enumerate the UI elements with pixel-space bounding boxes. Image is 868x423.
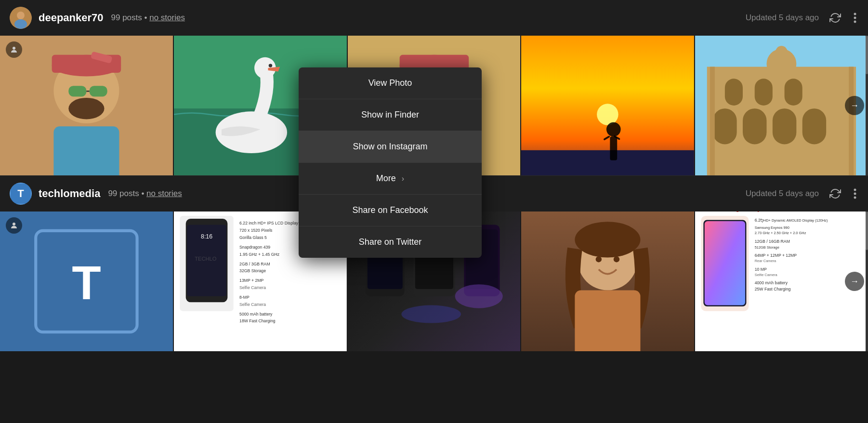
svg-text:Samsung Exynos 990: Samsung Exynos 990	[755, 225, 789, 230]
context-menu: View Photo Show in Finder Show on Instag…	[299, 67, 482, 258]
person-icon-overlay	[6, 41, 22, 58]
svg-text:1.95 GHz + 1.45 GHz: 1.95 GHz + 1.45 GHz	[239, 252, 280, 257]
photo-cell-4[interactable]	[521, 36, 694, 175]
svg-text:32GB Storage: 32GB Storage	[239, 268, 266, 273]
next-arrow-deepanker70[interactable]: →	[845, 96, 864, 115]
svg-rect-41	[743, 108, 766, 144]
scrollbar-track-1[interactable]	[866, 36, 868, 175]
ctx-share-twitter[interactable]: Share on Twitter	[299, 226, 482, 258]
svg-rect-33	[521, 150, 694, 175]
svg-point-94	[614, 256, 619, 262]
updated-text-techlomedia: Updated 5 days ago	[746, 189, 819, 198]
next-arrow-techlomedia[interactable]: →	[845, 272, 864, 291]
ctx-more-label: More	[376, 173, 396, 184]
svg-text:8:16: 8:16	[201, 233, 212, 240]
no-stories-link[interactable]: no stories	[149, 13, 185, 22]
no-stories-link-2[interactable]: no stories	[146, 189, 182, 198]
ctx-view-photo[interactable]: View Photo	[299, 67, 482, 99]
ctx-show-instagram[interactable]: Show on Instagram	[299, 131, 482, 162]
photo-cell-samsung[interactable]: TECHLOMEDIA Samsung Galaxy S20 6.2" QHD+…	[695, 212, 868, 351]
svg-text:512GB Storage: 512GB Storage	[755, 245, 779, 250]
svg-rect-43	[802, 108, 826, 144]
username-techlomedia: techlomedia	[39, 187, 100, 200]
svg-rect-92	[575, 291, 641, 351]
svg-point-1	[17, 12, 25, 19]
svg-rect-49	[710, 67, 715, 175]
svg-point-52	[854, 193, 856, 195]
account-actions-deepanker70: Updated 5 days ago	[746, 10, 858, 26]
svg-text:25W Fast Charging: 25W Fast Charging	[755, 287, 791, 291]
options-button-techlomedia[interactable]	[852, 186, 858, 201]
photo-cell-5[interactable]	[695, 36, 868, 175]
svg-text:5000 mAh battery: 5000 mAh battery	[239, 312, 273, 317]
svg-text:2GB / 3GB RAM: 2GB / 3GB RAM	[239, 262, 270, 266]
posts-meta-techlomedia: 99 posts • no stories	[108, 189, 182, 198]
account-actions-techlomedia: Updated 5 days ago	[746, 186, 858, 201]
svg-point-51	[854, 189, 856, 191]
bullet-separator: •	[145, 13, 150, 22]
svg-rect-45	[755, 79, 773, 106]
svg-rect-50	[849, 67, 854, 175]
svg-point-88	[401, 305, 461, 323]
options-button-deepanker70[interactable]	[852, 11, 858, 25]
svg-point-16	[68, 98, 104, 119]
svg-text:Selfie Camera: Selfie Camera	[239, 285, 266, 290]
photo-cell-1[interactable]	[0, 36, 173, 175]
svg-point-93	[596, 256, 602, 262]
avatar-deepanker70	[10, 7, 32, 29]
refresh-button-techlomedia[interactable]	[828, 186, 843, 201]
svg-text:12GB / 16GB RAM: 12GB / 16GB RAM	[755, 239, 790, 244]
scrollbar-thumb-2[interactable]	[866, 212, 868, 250]
person-icon-overlay-2	[6, 217, 22, 234]
svg-rect-100	[705, 221, 745, 305]
svg-text:Rear Camera: Rear Camera	[755, 259, 776, 263]
svg-text:18W Fast Charging: 18W Fast Charging	[239, 318, 276, 323]
svg-text:T: T	[72, 256, 101, 309]
svg-text:Gorilla Glass 5: Gorilla Glass 5	[239, 235, 267, 240]
scrollbar-thumb-1[interactable]	[866, 36, 868, 74]
updated-text-deepanker70: Updated 5 days ago	[746, 13, 819, 23]
svg-text:13MP + 2MP: 13MP + 2MP	[239, 278, 263, 283]
svg-text:QHD+ Dynamic AMOLED Display (1: QHD+ Dynamic AMOLED Display (120Hz)	[761, 218, 828, 223]
svg-rect-42	[773, 108, 796, 144]
svg-text:64MP + 12MP + 12MP: 64MP + 12MP + 12MP	[755, 253, 797, 258]
svg-point-91	[575, 222, 641, 257]
svg-text:Samsung Galaxy S20: Samsung Galaxy S20	[713, 212, 773, 212]
posts-count: 99 posts	[111, 13, 142, 22]
scrollbar-track-2[interactable]	[866, 212, 868, 351]
svg-rect-35	[610, 136, 618, 160]
svg-text:Selfie Camera: Selfie Camera	[239, 302, 266, 307]
account-row-deepanker70: deepanker70 99 posts • no stories Update…	[0, 0, 868, 36]
svg-point-57	[13, 223, 15, 225]
account-section-deepanker70: deepanker70 99 posts • no stories Update…	[0, 0, 868, 175]
svg-point-32	[597, 104, 619, 125]
svg-point-2	[14, 19, 27, 29]
svg-text:10 MP: 10 MP	[755, 267, 767, 272]
svg-point-87	[455, 284, 502, 308]
svg-text:8-MP: 8-MP	[239, 295, 250, 300]
svg-text:4000 mAh battery: 4000 mAh battery	[755, 280, 788, 285]
refresh-button-deepanker70[interactable]	[828, 10, 843, 26]
svg-text:Selfie Camera: Selfie Camera	[755, 273, 778, 277]
ctx-share-facebook[interactable]: Share on Facebook	[299, 195, 482, 226]
svg-point-4	[854, 17, 856, 19]
svg-rect-13	[68, 86, 86, 96]
svg-point-48	[776, 46, 788, 58]
svg-rect-17	[53, 126, 119, 175]
ctx-show-finder[interactable]: Show in Finder	[299, 99, 482, 131]
ctx-more[interactable]: More ›	[299, 163, 482, 194]
svg-point-53	[854, 197, 856, 199]
photo-cell-woman[interactable]	[521, 212, 694, 351]
avatar-image	[10, 7, 32, 29]
svg-rect-44	[725, 79, 743, 106]
svg-point-34	[606, 122, 621, 137]
svg-point-23	[269, 64, 272, 67]
bullet-separator-2: •	[141, 189, 146, 198]
svg-text:Snapdragon 439: Snapdragon 439	[239, 245, 270, 250]
svg-rect-14	[90, 86, 107, 96]
svg-text:6.22 inch HD+ IPS LCD Display: 6.22 inch HD+ IPS LCD Display	[239, 221, 299, 225]
posts-count-tech: 99 posts	[108, 189, 139, 198]
svg-text:TECHLO: TECHLO	[195, 256, 216, 262]
avatar-t-logo: T	[10, 183, 32, 205]
photo-cell-t1[interactable]: T	[0, 212, 173, 351]
